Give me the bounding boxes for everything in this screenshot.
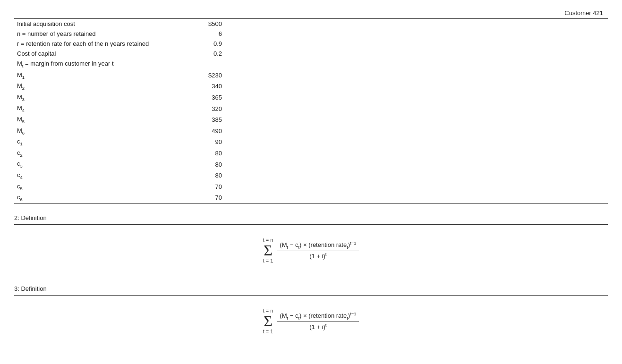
margin-value: 385 xyxy=(194,114,236,126)
table-row: M1 $230 xyxy=(14,70,608,81)
sigma-bottom-3: t = 1 xyxy=(263,329,273,334)
margin-extra xyxy=(236,103,608,114)
cost-extra xyxy=(236,136,608,148)
margin-label: M6 xyxy=(14,126,194,137)
cost-value: 80 xyxy=(194,170,236,181)
param-label: r = retention rate for each of the n yea… xyxy=(14,39,194,49)
fraction-3: (Mt − ct) × (retention ratet)t−1 (1 + i)… xyxy=(277,311,359,331)
margin-extra xyxy=(236,70,608,81)
table-row: c4 80 xyxy=(14,170,608,181)
table-row: r = retention rate for each of the n yea… xyxy=(14,39,608,49)
formula-3-container: t = n Σ t = 1 (Mt − ct) × (retention rat… xyxy=(14,300,608,344)
sigma-bottom-2: t = 1 xyxy=(263,258,273,263)
margin-value: 340 xyxy=(194,81,236,92)
cost-label: c4 xyxy=(14,170,194,181)
cost-extra xyxy=(236,181,608,193)
param-label: n = number of years retained xyxy=(14,29,194,39)
table-row: M4 320 xyxy=(14,103,608,114)
fraction-den-3: (1 + i)t xyxy=(307,322,329,331)
table-row: M6 490 xyxy=(14,126,608,137)
margin-label: M1 xyxy=(14,70,194,81)
fraction-den-2: (1 + i)t xyxy=(307,251,329,261)
param-extra xyxy=(236,39,608,49)
param-extra xyxy=(236,49,608,59)
cost-label: c6 xyxy=(14,192,194,203)
margin-extra xyxy=(236,126,608,137)
table-row: Cost of capital 0.2 xyxy=(14,49,608,59)
param-label: Mt = margin from customer in year t xyxy=(14,59,194,70)
customer-label: Customer 421 xyxy=(564,9,603,17)
param-label: Cost of capital xyxy=(14,49,194,59)
table-row: M3 365 xyxy=(14,92,608,103)
param-extra xyxy=(236,59,608,70)
section-2-header: 2: Definition xyxy=(14,210,608,225)
param-extra xyxy=(236,29,608,39)
table-row: Mt = margin from customer in year t xyxy=(14,59,608,70)
page-container: Customer 421 Initial acquisition cost $5… xyxy=(14,9,608,344)
params-table: Initial acquisition cost $500 n = number… xyxy=(14,19,608,204)
table-row: c5 70 xyxy=(14,181,608,193)
section-3-label: 3: Definition xyxy=(14,285,47,292)
customer-header: Customer 421 xyxy=(14,9,608,19)
section-2-block: 2: Definition t = n Σ t = 1 (Mt − ct) × … xyxy=(14,210,608,273)
param-value: 0.2 xyxy=(194,49,236,59)
param-label: Initial acquisition cost xyxy=(14,19,194,29)
table-row: M5 385 xyxy=(14,114,608,126)
cost-label: c5 xyxy=(14,181,194,193)
param-value: $500 xyxy=(194,19,236,29)
sigma-symbol-2: Σ xyxy=(264,243,273,258)
table-row: c3 80 xyxy=(14,159,608,170)
margin-value: 320 xyxy=(194,103,236,114)
cost-extra xyxy=(236,170,608,181)
margin-value: $230 xyxy=(194,70,236,81)
cost-value: 80 xyxy=(194,148,236,159)
table-row: Initial acquisition cost $500 xyxy=(14,19,608,29)
cost-label: c1 xyxy=(14,136,194,148)
section-3-header: 3: Definition xyxy=(14,280,608,296)
cost-value: 80 xyxy=(194,159,236,170)
table-row: c2 80 xyxy=(14,148,608,159)
cost-value: 70 xyxy=(194,192,236,203)
formula-2-container: t = n Σ t = 1 (Mt − ct) × (retention rat… xyxy=(14,229,608,273)
margin-value: 365 xyxy=(194,92,236,103)
cost-extra xyxy=(236,159,608,170)
margin-label: M3 xyxy=(14,92,194,103)
sigma-2: t = n Σ t = 1 xyxy=(263,237,273,263)
margin-label: M2 xyxy=(14,81,194,92)
table-row: c6 70 xyxy=(14,192,608,203)
table-row: n = number of years retained 6 xyxy=(14,29,608,39)
cost-extra xyxy=(236,148,608,159)
cost-value: 70 xyxy=(194,181,236,193)
margin-extra xyxy=(236,81,608,92)
table-row: M2 340 xyxy=(14,81,608,92)
param-value: 0.9 xyxy=(194,39,236,49)
fraction-num-2: (Mt − ct) × (retention ratet)t−1 xyxy=(277,240,359,251)
margin-label: M4 xyxy=(14,103,194,114)
table-row: c1 90 xyxy=(14,136,608,148)
section-3-block: 3: Definition t = n Σ t = 1 (Mt − ct) × … xyxy=(14,280,608,344)
margin-extra xyxy=(236,92,608,103)
fraction-2: (Mt − ct) × (retention ratet)t−1 (1 + i)… xyxy=(277,240,359,261)
cost-label: c3 xyxy=(14,159,194,170)
param-extra xyxy=(236,19,608,29)
section-2-label: 2: Definition xyxy=(14,214,47,221)
margin-value: 490 xyxy=(194,126,236,137)
cost-value: 90 xyxy=(194,136,236,148)
sigma-3: t = n Σ t = 1 xyxy=(263,308,273,334)
fraction-num-3: (Mt − ct) × (retention ratet)t−1 xyxy=(277,311,359,322)
cost-label: c2 xyxy=(14,148,194,159)
margin-extra xyxy=(236,114,608,126)
cost-extra xyxy=(236,192,608,203)
sigma-symbol-3: Σ xyxy=(264,313,273,329)
margin-label: M5 xyxy=(14,114,194,126)
param-value xyxy=(194,59,236,70)
param-value: 6 xyxy=(194,29,236,39)
